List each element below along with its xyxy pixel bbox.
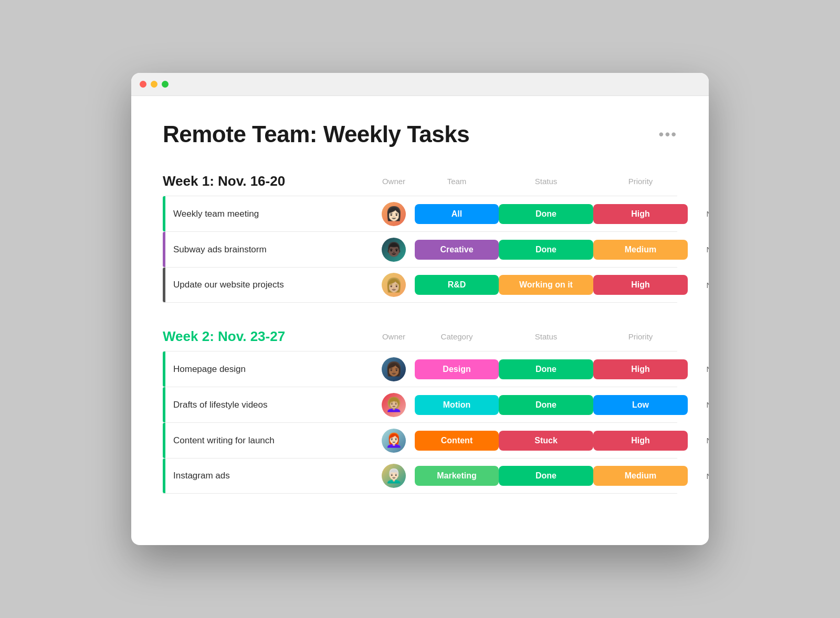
task-cols: 👨🏻‍🦳 Marketing Done Medium Nov 26, 2020 [341,464,709,488]
team-badge[interactable]: All [415,204,499,224]
avatar-circle: 👨🏻‍🦳 [382,464,406,488]
col-header-owner: Owner [373,332,415,341]
avatar: 👩🏻 [373,202,415,226]
week1-column-headers: Owner Team Status Priority Due Date [341,177,709,186]
status-badge[interactable]: Done [499,204,593,224]
col-header-team: Team [415,177,499,186]
task-cols: 👩🏼 R&D Working on it High Nov 18, 2020 [341,273,709,297]
titlebar [131,73,709,96]
avatar: 👩🏾 [373,357,415,381]
row-accent [163,196,165,231]
week1-header-row: Week 1: Nov. 16-20 Owner Team Status Pri… [163,173,677,189]
app-window: Remote Team: Weekly Tasks ••• Week 1: No… [131,73,709,545]
status-badge[interactable]: Working on it [499,275,593,295]
avatar: 👩🏼 [373,273,415,297]
task-name: Update our website projects [163,280,341,290]
row-accent [163,387,165,422]
task-name: Subway ads brainstorm [163,244,341,255]
week2-title: Week 2: Nov. 23-27 [163,328,341,345]
due-date: Nov 24, 2020 [688,365,709,374]
priority-badge[interactable]: Medium [593,466,688,486]
avatar-circle: 👩🏼‍🦱 [382,393,406,417]
week1-section: Week 1: Nov. 16-20 Owner Team Status Pri… [163,173,677,303]
task-cols: 👩🏻 All Done High Nov 19, 2020 [341,202,709,226]
due-date: Nov 18, 2020 [688,281,709,290]
avatar: 👩🏻‍🦰 [373,429,415,453]
category-badge[interactable]: Design [415,359,499,379]
row-accent [163,268,165,302]
col-header-due: Due Date [688,177,709,186]
row-accent [163,459,165,493]
close-button[interactable] [140,81,146,88]
priority-badge[interactable]: Medium [593,240,688,260]
row-accent [163,351,165,387]
table-row: Drafts of lifestyle videos 👩🏼‍🦱 Motion D… [163,387,677,422]
more-options-icon[interactable]: ••• [659,126,677,143]
category-badge[interactable]: Motion [415,395,499,415]
task-name: Weekly team meeting [163,209,341,219]
week2-header-row: Week 2: Nov. 23-27 Owner Category Status… [163,328,677,345]
col-header-priority: Priority [593,332,688,341]
main-content: Remote Team: Weekly Tasks ••• Week 1: No… [131,96,709,544]
week2-section: Week 2: Nov. 23-27 Owner Category Status… [163,328,677,494]
col-header-priority: Priority [593,177,688,186]
page-title: Remote Team: Weekly Tasks [163,121,469,147]
avatar-circle: 👩🏼 [382,273,406,297]
task-cols: 👩🏼‍🦱 Motion Done Low Nov 26, 2020 [341,393,709,417]
avatar: 👨🏿 [373,238,415,262]
task-cols: 👨🏿 Creative Done Medium Nov 20, 2020 [341,238,709,262]
team-badge[interactable]: Creative [415,240,499,260]
priority-badge[interactable]: High [593,204,688,224]
category-badge[interactable]: Marketing [415,466,499,486]
table-row: Content writing for launch 👩🏻‍🦰 Content … [163,422,677,458]
table-row: Update our website projects 👩🏼 R&D Worki… [163,267,677,303]
category-badge[interactable]: Content [415,431,499,451]
table-row: Weekly team meeting 👩🏻 All Done High Nov… [163,196,677,231]
status-badge[interactable]: Done [499,395,593,415]
task-name: Instagram ads [163,471,341,481]
task-cols: 👩🏻‍🦰 Content Stuck High Nov 27, 2020 [341,429,709,453]
avatar-circle: 👩🏻‍🦰 [382,429,406,453]
due-date: Nov 26, 2020 [688,400,709,409]
avatar-circle: 👩🏻 [382,202,406,226]
table-row: Homepage design 👩🏾 Design Done High Nov … [163,351,677,387]
priority-badge[interactable]: High [593,275,688,295]
task-name: Drafts of lifestyle videos [163,400,341,410]
week1-title: Week 1: Nov. 16-20 [163,173,341,189]
due-date: Nov 27, 2020 [688,436,709,445]
priority-badge[interactable]: High [593,431,688,451]
page-header: Remote Team: Weekly Tasks ••• [163,121,677,147]
row-accent [163,232,165,267]
row-accent [163,423,165,458]
status-badge[interactable]: Done [499,359,593,379]
task-cols: 👩🏾 Design Done High Nov 24, 2020 [341,357,709,381]
col-header-category: Category [415,332,499,341]
col-header-owner: Owner [373,177,415,186]
table-row: Subway ads brainstorm 👨🏿 Creative Done M… [163,231,677,267]
due-date: Nov 20, 2020 [688,245,709,254]
avatar: 👨🏻‍🦳 [373,464,415,488]
status-badge[interactable]: Stuck [499,431,593,451]
avatar-circle: 👩🏾 [382,357,406,381]
week2-column-headers: Owner Category Status Priority Due date [341,332,709,341]
priority-badge[interactable]: Low [593,395,688,415]
traffic-lights [140,81,169,88]
minimize-button[interactable] [151,81,158,88]
priority-badge[interactable]: High [593,359,688,379]
status-badge[interactable]: Done [499,240,593,260]
col-header-status: Status [499,332,593,341]
task-name: Homepage design [163,364,341,375]
col-header-status: Status [499,177,593,186]
due-date: Nov 26, 2020 [688,472,709,481]
task-name: Content writing for launch [163,435,341,446]
fullscreen-button[interactable] [162,81,169,88]
avatar: 👩🏼‍🦱 [373,393,415,417]
status-badge[interactable]: Done [499,466,593,486]
table-row: Instagram ads 👨🏻‍🦳 Marketing Done Medium… [163,458,677,494]
avatar-circle: 👨🏿 [382,238,406,262]
team-badge[interactable]: R&D [415,275,499,295]
col-header-due: Due date [688,332,709,341]
due-date: Nov 19, 2020 [688,209,709,218]
